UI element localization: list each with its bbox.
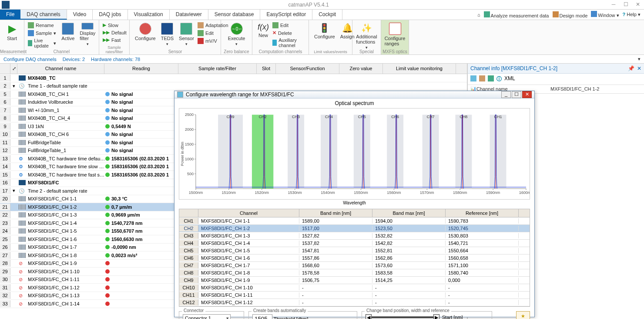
band-row[interactable]: CH2MXFS8DI1/FC_CH 1-21517,001523,501520,… [179, 225, 530, 232]
start-button[interactable]: ▶ Start [3, 21, 21, 43]
teds-button[interactable]: TEDS▾ [158, 21, 176, 48]
slow-button[interactable]: ▶Slow [102, 22, 127, 28]
info-icon-3[interactable] [488, 75, 494, 81]
display-filter-button[interactable]: Display filter▾ [77, 21, 98, 48]
svg-text:CH9: CH9 [227, 115, 235, 119]
tab-visualization[interactable]: Visualization [128, 10, 170, 20]
close-button[interactable]: ✕ [632, 0, 644, 10]
configure-button[interactable]: Configure [132, 21, 158, 48]
tab-dataviewer[interactable]: Dataviewer [170, 10, 208, 20]
svg-text:1500: 1500 [185, 142, 194, 146]
info-icon-2[interactable] [479, 75, 485, 81]
band-start-slider[interactable]: ◀▶ [366, 314, 439, 319]
band-row[interactable]: CH12MXFS8DI1/FC_CH 1-12--- [179, 299, 530, 306]
band-row[interactable]: CH7MXFS8DI1/FC_CH 1-71568,601573,601571,… [179, 262, 530, 269]
col-sensor[interactable]: Sensor/Function [276, 64, 339, 74]
sensor-button[interactable]: Sensor▾ [176, 21, 197, 48]
configure-daq-link[interactable]: Configure DAQ channels [3, 57, 57, 62]
info-icon-1[interactable] [470, 75, 476, 81]
svg-rect-56 [455, 115, 472, 189]
menu-tabs: File DAQ channelsVideoDAQ jobsVisualizat… [0, 10, 644, 20]
change-band-label: Change band position, width and referenc… [365, 308, 451, 313]
col-channel-name[interactable]: Channel name [17, 64, 104, 74]
svg-text:1570nm: 1570nm [420, 190, 434, 195]
dialog-minimize-button[interactable]: _ [501, 91, 511, 98]
pin-icon[interactable]: 📌 [628, 65, 634, 71]
home-icon[interactable]: ⌂ [477, 12, 480, 17]
dialog-close-button[interactable]: ✕ [522, 91, 532, 98]
col-zero[interactable]: Zero value [339, 64, 383, 74]
svg-text:Power in dBm: Power in dBm [180, 142, 184, 166]
title-bar: catmanAP V5.4.1 ─ ☐ ✕ [0, 0, 644, 10]
channel-row[interactable]: 1MX840B_TC [0, 74, 467, 82]
band-row[interactable]: CH6MXFS8DI1/FC_CH 1-61557,861562,861560,… [179, 255, 530, 262]
threshold-input[interactable] [252, 314, 272, 319]
band-row[interactable]: CH11MXFS8DI1/FC_CH 1-11--- [179, 292, 530, 299]
execute-button[interactable]: →0←Execute▾ [224, 21, 249, 48]
svg-text:CH8: CH8 [460, 115, 467, 119]
fast-button[interactable]: ▶▶Fast [102, 37, 127, 43]
band-row[interactable]: CH3MXFS8DI1/FC_CH 1-31527,821532,821530,… [179, 232, 530, 240]
window-menu[interactable]: Window ▾ [591, 11, 619, 18]
tab-cockpit[interactable]: Cockpit [312, 10, 342, 20]
additional-functions-button[interactable]: ✨Additional functions▾ [355, 21, 378, 51]
delete-comp-button[interactable]: ✕Delete [272, 30, 306, 36]
chart-xlabel: Wavelength [174, 200, 534, 206]
file-tab[interactable]: File [0, 10, 20, 20]
analyze-link[interactable]: Analyze measurement data [484, 11, 549, 18]
col-band-min[interactable]: Band min [nm] [299, 209, 372, 217]
svg-text:CH7: CH7 [427, 115, 435, 119]
band-row[interactable]: CH8MXFS8DI1/FC_CH 1-81578,581583,581580,… [179, 269, 530, 277]
tab-easyscript-editor[interactable]: EasyScript editor [260, 10, 312, 20]
tab-daq-jobs[interactable]: DAQ jobs [93, 10, 127, 20]
help-menu[interactable]: ? Help ▾ [623, 12, 641, 17]
connector-select[interactable]: Connector 1 [183, 314, 231, 319]
group-channel: Channel [24, 49, 99, 54]
group-special: Special [352, 49, 381, 54]
info-icon-info[interactable]: ⓘ [496, 75, 502, 83]
svg-text:1510nm: 1510nm [222, 190, 236, 195]
band-row[interactable]: CH10MXFS8DI1/FC_CH 1-10--- [179, 284, 530, 292]
sample-button[interactable]: Sample ▾ [27, 30, 57, 37]
col-band-id[interactable] [179, 209, 198, 217]
configure-ranges-button[interactable]: Configure ranges [384, 21, 406, 48]
apply-button[interactable]: ★ [516, 311, 530, 319]
group-sample-rates: Sample rates/filter [99, 45, 129, 54]
col-limit[interactable]: Limit value monitoring [383, 64, 456, 74]
active-button[interactable]: Active [59, 21, 77, 48]
svg-rect-50 [387, 115, 403, 189]
dropdown-toggle[interactable]: ▾ [638, 56, 641, 62]
dialog-maximize-button[interactable]: ☐ [512, 91, 521, 98]
tab-video[interactable]: Video [67, 10, 93, 20]
band-row[interactable]: CH1MXFS8DI1/FC_CH 1-11589,001594,001590,… [179, 217, 530, 225]
design-mode-link[interactable]: Design mode [553, 11, 588, 18]
default-button[interactable]: ▶▶Default [102, 29, 127, 36]
band-row[interactable]: CH4MXFS8DI1/FC_CH 1-41537,821542,821540,… [179, 240, 530, 247]
col-filter[interactable]: Sample rate/Filter [178, 64, 257, 74]
channel-row[interactable]: 2▾🕓Time 1 - default sample rate [0, 82, 467, 91]
tab-sensor-database[interactable]: Sensor database [208, 10, 261, 20]
tab-daq-channels[interactable]: DAQ channels [20, 10, 67, 20]
dialog-title-bar[interactable]: Configure wavelength range for MXFS8DI1/… [174, 91, 534, 98]
maximize-button[interactable]: ☐ [620, 0, 632, 10]
band-row[interactable]: CH5MXFS8DI1/FC_CH 1-51547,811552,811550,… [179, 247, 530, 255]
band-row[interactable]: CH9MXFS8DI1/FC_CH 1-91506,751514,250,000 [179, 277, 530, 284]
dialog-title: Configure wavelength range for MXFS8DI1/… [186, 92, 294, 98]
col-band-max[interactable]: Band max [nm] [372, 209, 446, 217]
chart-title: Optical spectrum [174, 98, 534, 108]
live-update-button[interactable]: Live update ▾ [27, 37, 57, 49]
col-reading[interactable]: Reading [104, 64, 178, 74]
rename-button[interactable]: Rename [27, 22, 57, 29]
new-computation-button[interactable]: f(x)New [255, 21, 272, 48]
col-slot[interactable]: Slot [257, 64, 276, 74]
aux-channel-button[interactable]: Auxiliary channel [272, 37, 306, 48]
optical-spectrum-chart[interactable]: 50010001500200025001500nm1510nm1520nm153… [179, 108, 530, 200]
minimize-button[interactable]: ─ [607, 0, 620, 10]
configure-limits-button[interactable]: 🚦Configure [312, 21, 338, 48]
col-band-channel[interactable]: Channel [198, 209, 299, 217]
panel-close-icon[interactable]: ✕ [637, 65, 641, 71]
svg-rect-38 [252, 115, 273, 189]
col-band-ref[interactable]: Reference [nm] [446, 209, 519, 217]
edit-comp-button[interactable]: Edit [272, 22, 306, 29]
xml-link[interactable]: XML [504, 75, 515, 83]
